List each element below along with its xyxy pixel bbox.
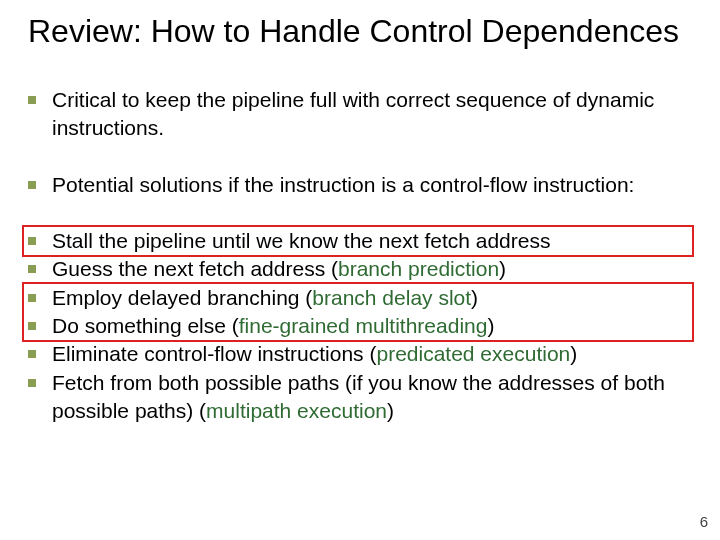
solution-text: Guess the next fetch address (branch pre… [52,255,506,283]
square-bullet-icon [28,181,36,189]
square-bullet-icon [28,265,36,273]
solution-term: multipath execution [206,399,387,422]
slide-title: Review: How to Handle Control Dependence… [28,14,679,50]
bullet-intro-1: Critical to keep the pipeline full with … [28,86,688,143]
slide: Review: How to Handle Control Dependence… [0,0,720,540]
square-bullet-icon [28,322,36,330]
square-bullet-icon [28,350,36,358]
solution-text: Fetch from both possible paths (if you k… [52,369,688,426]
solution-post: ) [471,286,478,309]
solution-item-5: Eliminate control-flow instructions (pre… [28,340,688,368]
solution-term: predicated execution [376,342,570,365]
solution-post: ) [499,257,506,280]
solution-pre: Employ delayed branching ( [52,286,312,309]
square-bullet-icon [28,294,36,302]
square-bullet-icon [28,96,36,104]
solution-pre: Guess the next fetch address ( [52,257,338,280]
solution-item-3: Employ delayed branching (branch delay s… [28,284,688,312]
intro-text-2: Potential solutions if the instruction i… [52,171,634,199]
solution-term: branch delay slot [312,286,471,309]
square-bullet-icon [28,237,36,245]
solution-item-4: Do something else (fine-grained multithr… [28,312,688,340]
solution-post: ) [570,342,577,365]
solution-text: Eliminate control-flow instructions (pre… [52,340,577,368]
solution-text: Employ delayed branching (branch delay s… [52,284,478,312]
bullet-intro-2: Potential solutions if the instruction i… [28,171,688,199]
solution-item-6: Fetch from both possible paths (if you k… [28,369,688,426]
solution-pre: Eliminate control-flow instructions ( [52,342,376,365]
solutions-list: Stall the pipeline until we know the nex… [28,227,688,425]
solution-item-2: Guess the next fetch address (branch pre… [28,255,688,283]
solution-post: ) [387,399,394,422]
solution-text: Stall the pipeline until we know the nex… [52,227,550,255]
slide-body: Critical to keep the pipeline full with … [28,86,688,425]
solution-term: branch prediction [338,257,499,280]
solution-pre: Do something else ( [52,314,239,337]
square-bullet-icon [28,379,36,387]
solution-term: fine-grained multithreading [239,314,488,337]
solution-item-1: Stall the pipeline until we know the nex… [28,227,688,255]
solution-text: Do something else (fine-grained multithr… [52,312,494,340]
solution-pre: Stall the pipeline until we know the nex… [52,229,550,252]
page-number: 6 [700,513,708,530]
intro-text-1: Critical to keep the pipeline full with … [52,86,688,143]
solution-post: ) [487,314,494,337]
